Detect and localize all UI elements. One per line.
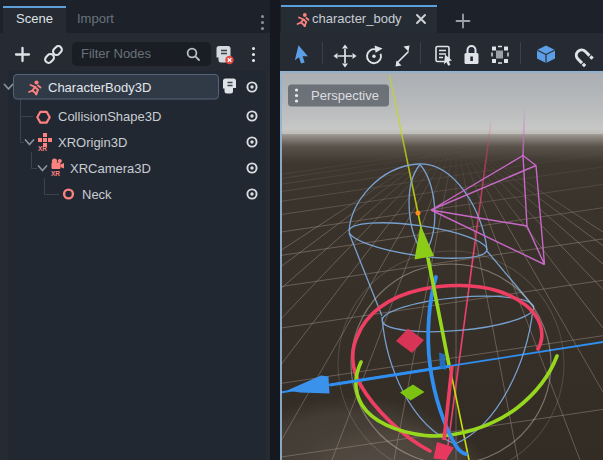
svg-text:XR: XR <box>51 170 60 177</box>
svg-text:Perspective: Perspective <box>311 88 379 103</box>
svg-text:XR: XR <box>38 145 47 152</box>
